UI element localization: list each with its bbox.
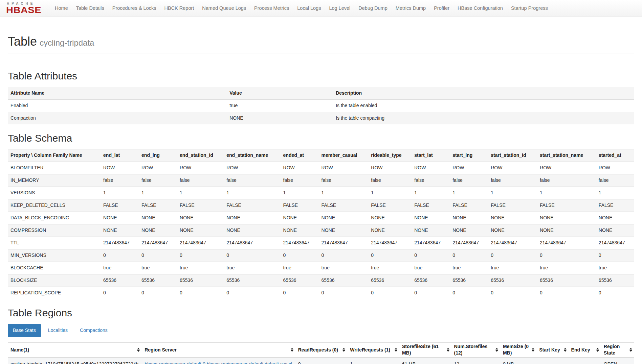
region-state-cell: OPEN: [601, 358, 634, 364]
schema-body: BLOOMFILTERROWROWROWROWROWROWROWROWROWRO…: [8, 162, 634, 299]
schema-value-cell: ROW: [412, 162, 450, 174]
schema-value-cell: 1: [319, 187, 369, 199]
attribute-name-cell: Enabled: [8, 100, 227, 112]
tab-link-compactions[interactable]: Compactions: [75, 324, 113, 337]
sort-icon[interactable]: [532, 348, 534, 352]
table-regions: Name(1)Region ServerReadRequests (0)Writ…: [8, 342, 634, 364]
schema-value-cell: 2147483647: [139, 237, 177, 249]
logo-hbase-text: HBASE: [6, 5, 41, 14]
schema-value-cell: FALSE: [281, 199, 319, 212]
sort-icon[interactable]: [291, 348, 293, 352]
sort-icon[interactable]: [596, 348, 599, 352]
hbase-logo[interactable]: APACHE HBASE: [6, 2, 41, 15]
nav-link-debug-dump[interactable]: Debug Dump: [354, 0, 391, 16]
nav-item-table-details: Table Details: [72, 0, 108, 16]
regions-col-end-key[interactable]: End Key: [569, 342, 601, 358]
nav-link-local-logs[interactable]: Local Logs: [293, 0, 325, 16]
schema-family-end-lat: end_lat: [101, 149, 139, 162]
regions-col-storefilesize-61-mb[interactable]: StorefileSize (61 MB): [399, 342, 451, 358]
schema-value-cell: 1: [101, 187, 139, 199]
nav-link-metrics-dump[interactable]: Metrics Dump: [392, 0, 430, 16]
sort-down-arrow: [291, 350, 293, 352]
region-server-link[interactable]: hbase-regionserver-default-0.hbase-regio…: [145, 361, 292, 364]
schema-value-cell: ROW: [139, 162, 177, 174]
tab-base-stats: Base Stats: [8, 324, 43, 337]
schema-value-cell: true: [224, 262, 280, 274]
schema-property-cell: COMPRESSION: [8, 224, 101, 237]
schema-value-cell: NONE: [450, 212, 488, 224]
schema-property-cell: TTL: [8, 237, 101, 249]
schema-value-cell: NONE: [368, 212, 412, 224]
sort-icon[interactable]: [447, 348, 449, 352]
sort-icon[interactable]: [137, 348, 140, 352]
tab-link-base-stats[interactable]: Base Stats: [8, 324, 41, 337]
sort-icon[interactable]: [342, 348, 345, 352]
schema-family-rideable-type: rideable_type: [368, 149, 412, 162]
regions-col-region-server[interactable]: Region Server: [142, 342, 295, 358]
nav-link-hbase-configuration[interactable]: HBase Configuration: [453, 0, 507, 16]
nav-link-table-details[interactable]: Table Details: [72, 0, 108, 16]
regions-col-label: MemSize (0 MB): [503, 344, 529, 356]
regions-body: cycling-tripdata,,1719475156245.e95d0a13…: [8, 358, 634, 364]
schema-value-cell: 65536: [101, 274, 139, 287]
schema-value-cell: NONE: [319, 224, 369, 237]
regions-col-name-1[interactable]: Name(1): [8, 342, 142, 358]
table-schema: Property \ Column Family Nameend_latend_…: [8, 149, 634, 299]
schema-value-cell: NONE: [596, 224, 634, 237]
sort-icon[interactable]: [495, 348, 498, 352]
table-attributes-heading: Table Attributes: [8, 69, 634, 83]
nav-link-log-level[interactable]: Log Level: [325, 0, 354, 16]
regions-col-memsize-0-mb[interactable]: MemSize (0 MB): [500, 342, 536, 358]
schema-value-cell: 0: [177, 287, 224, 299]
nav-link-profiler[interactable]: Profiler: [430, 0, 453, 16]
schema-value-cell: 65536: [224, 274, 280, 287]
schema-property-cell: IN_MEMORY: [8, 174, 101, 187]
schema-value-cell: NONE: [412, 224, 450, 237]
schema-value-cell: 0: [450, 249, 488, 262]
schema-value-cell: NONE: [101, 224, 139, 237]
schema-value-cell: 2147483647: [596, 237, 634, 249]
nav-link-startup-progress[interactable]: Startup Progress: [507, 0, 552, 16]
sort-icon[interactable]: [629, 348, 632, 352]
schema-property-header: Property \ Column Family Name: [8, 149, 101, 162]
schema-value-cell: FALSE: [319, 199, 369, 212]
schema-row-ttl: TTL2147483647214748364721474836472147483…: [8, 237, 634, 249]
schema-value-cell: NONE: [368, 224, 412, 237]
schema-value-cell: 2147483647: [177, 237, 224, 249]
nav-link-process-metrics[interactable]: Process Metrics: [250, 0, 293, 16]
tab-link-localities[interactable]: Localities: [43, 324, 73, 337]
schema-row-data-block-encoding: DATA_BLOCK_ENCODINGNONENONENONENONENONEN…: [8, 212, 634, 224]
schema-value-cell: 2147483647: [281, 237, 319, 249]
schema-header-row: Property \ Column Family Nameend_latend_…: [8, 149, 634, 162]
regions-col-region-state[interactable]: Region State: [601, 342, 634, 358]
schema-value-cell: ROW: [101, 162, 139, 174]
nav-item-hbase-configuration: HBase Configuration: [453, 0, 507, 16]
schema-value-cell: ROW: [319, 162, 369, 174]
sort-icon[interactable]: [564, 348, 567, 352]
nav-link-procedures-locks[interactable]: Procedures & Locks: [108, 0, 160, 16]
schema-value-cell: 1: [596, 187, 634, 199]
schema-value-cell: 0: [319, 287, 369, 299]
schema-value-cell: 2147483647: [319, 237, 369, 249]
nav-link-named-queue-logs[interactable]: Named Queue Logs: [198, 0, 250, 16]
regions-col-start-key[interactable]: Start Key: [536, 342, 568, 358]
schema-value-cell: 1: [368, 187, 412, 199]
regions-col-readrequests-0[interactable]: ReadRequests (0): [295, 342, 348, 358]
schema-value-cell: 0: [319, 249, 369, 262]
schema-row-replication-scope: REPLICATION_SCOPE000000000000: [8, 287, 634, 299]
schema-value-cell: 2147483647: [488, 237, 537, 249]
region-mem-size-cell: 0 MB: [500, 358, 536, 364]
nav-link-home[interactable]: Home: [51, 0, 72, 16]
regions-col-writerequests-1[interactable]: WriteRequests (1): [347, 342, 399, 358]
schema-value-cell: FALSE: [177, 199, 224, 212]
schema-property-cell: BLOCKSIZE: [8, 274, 101, 287]
schema-value-cell: ROW: [488, 162, 537, 174]
sort-down-arrow: [137, 350, 140, 352]
nav-link-hbck-report[interactable]: HBCK Report: [160, 0, 198, 16]
sort-icon[interactable]: [395, 348, 397, 352]
schema-value-cell: true: [596, 262, 634, 274]
schema-row-min-versions: MIN_VERSIONS000000000000: [8, 249, 634, 262]
schema-value-cell: 0: [412, 287, 450, 299]
regions-col-num-storefiles-12[interactable]: Num.Storefiles (12): [451, 342, 500, 358]
regions-col-label: Region State: [604, 344, 620, 356]
